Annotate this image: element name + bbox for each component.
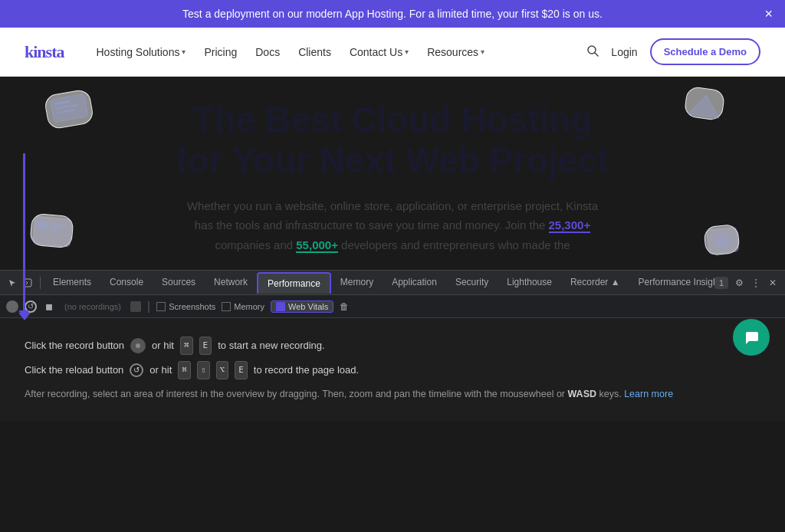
arrow-line-2	[23, 296, 25, 307]
nav-links: Hosting Solutions ▾ Pricing Docs Clients…	[88, 41, 586, 63]
tab-security[interactable]: Security	[446, 272, 498, 294]
hero-section: The Best Cloud Hosting for Your Next Web…	[0, 77, 785, 270]
nav-item-resources[interactable]: Resources ▾	[419, 41, 492, 63]
close-devtools-icon[interactable]: ✕	[767, 277, 779, 289]
login-button[interactable]: Login	[611, 46, 637, 58]
devtools-subtoolbar: ↺ ◼ (no recordings) | Screenshots Memory…	[0, 295, 785, 318]
kbd-e: E	[199, 337, 212, 355]
reload-record-button[interactable]: ↺	[25, 300, 37, 313]
kbd-opt: ⌥	[216, 361, 229, 379]
highlight-companies: 25,300+	[549, 218, 591, 233]
devtools-tabs-toolbar: Elements Console Sources Network Perform…	[0, 271, 785, 295]
instruction-reload: Click the reload button ↺ or hit ⌘ ⇧ ⌥ E…	[25, 361, 760, 379]
tab-lighthouse[interactable]: Lighthouse	[498, 272, 561, 294]
nav-item-clients[interactable]: Clients	[291, 41, 339, 63]
hero-subtitle: Whether you run a website, online store,…	[178, 196, 607, 255]
arrow-head	[18, 310, 29, 317]
wasd-kbd: WASD	[568, 389, 597, 399]
deco-shape-2	[683, 86, 725, 122]
banner-text: Test a deployment on our modern App Host…	[182, 8, 603, 20]
devtools-right-controls: 1 ⚙ ⋮ ✕	[714, 277, 779, 289]
search-icon[interactable]	[586, 44, 599, 60]
nav-item-hosting-solutions[interactable]: Hosting Solutions ▾	[88, 41, 193, 63]
settings-icon[interactable]: ⚙	[733, 277, 745, 289]
memory-label: Memory	[234, 302, 264, 311]
devtools-content: Click the record button or hit ⌘ E to st…	[0, 318, 785, 421]
tab-elements[interactable]: Elements	[44, 272, 100, 294]
tab-performance-insights[interactable]: Performance Insights ▲	[629, 272, 714, 294]
chevron-down-icon: ▾	[182, 48, 186, 56]
kbd-e2: E	[235, 361, 248, 379]
learn-more-link[interactable]: Learn more	[624, 389, 673, 399]
navbar: kinsta Hosting Solutions ▾ Pricing Docs …	[0, 28, 785, 77]
chevron-down-icon: ▾	[405, 48, 409, 56]
more-options-icon[interactable]: ⋮	[750, 277, 762, 289]
web-vitals-label: Web Vitals	[288, 302, 328, 311]
nav-item-contact[interactable]: Contact Us ▾	[342, 41, 416, 63]
stop-recording-icon[interactable]: ◼	[43, 300, 55, 313]
memory-checkbox[interactable]	[222, 302, 231, 311]
clear-recordings-icon[interactable]: 🗑	[340, 301, 349, 312]
svg-rect-6	[32, 216, 72, 247]
chat-bubble-button[interactable]	[733, 319, 770, 356]
record-icon-inline	[130, 338, 146, 353]
banner-close-button[interactable]: ×	[764, 6, 773, 22]
deco-shape-4	[703, 224, 741, 256]
svg-line-1	[595, 53, 598, 56]
kbd-cmd2: ⌘	[178, 361, 191, 379]
schedule-demo-button[interactable]: Schedule a Demo	[650, 38, 760, 65]
hero-title: The Best Cloud Hosting for Your Next Web…	[25, 100, 760, 181]
chevron-down-icon: ▾	[481, 48, 484, 56]
devtools-panel: Elements Console Sources Network Perform…	[0, 270, 785, 421]
promo-banner: Test a deployment on our modern App Host…	[0, 0, 785, 28]
svg-point-13	[136, 343, 140, 348]
highlight-developers: 55,000+	[296, 238, 338, 253]
tab-application[interactable]: Application	[383, 272, 446, 294]
web-vitals-badge[interactable]: Web Vitals	[271, 300, 333, 313]
nav-item-pricing[interactable]: Pricing	[196, 41, 245, 63]
arrow-line	[23, 250, 25, 296]
instruction-record: Click the record button or hit ⌘ E to st…	[25, 337, 760, 355]
devtools-note: After recording, select an area of inter…	[25, 386, 760, 403]
tab-recorder[interactable]: Recorder ▲	[561, 272, 629, 294]
logo[interactable]: kinsta	[25, 42, 64, 62]
screenshots-label: Screenshots	[169, 302, 215, 311]
tab-performance[interactable]: Performance	[257, 272, 331, 294]
deco-shape-3	[29, 213, 74, 249]
kbd-shift: ⇧	[197, 361, 210, 379]
reload-icon-inline: ↺	[130, 363, 143, 377]
kbd-cmd: ⌘	[180, 337, 193, 355]
screenshots-checkbox-group: Screenshots	[156, 302, 215, 311]
tab-console[interactable]: Console	[100, 272, 153, 294]
tab-memory[interactable]: Memory	[331, 272, 383, 294]
web-vitals-checkbox[interactable]	[276, 302, 285, 311]
no-recordings-label: (no recordings)	[64, 302, 121, 311]
nav-item-docs[interactable]: Docs	[248, 41, 287, 63]
devtools-tab-list: Elements Console Sources Network Perform…	[44, 272, 714, 294]
devtools-cursor-icon[interactable]	[6, 277, 18, 289]
record-button[interactable]	[6, 300, 18, 313]
screenshots-checkbox[interactable]	[156, 302, 166, 311]
dropdown-arrow[interactable]	[130, 301, 141, 312]
tab-sources[interactable]: Sources	[153, 272, 205, 294]
devtools-badge: 1	[714, 277, 728, 289]
memory-checkbox-group: Memory	[222, 302, 264, 311]
nav-right: Login Schedule a Demo	[586, 38, 760, 65]
tab-network[interactable]: Network	[205, 272, 257, 294]
separator: |	[147, 300, 150, 314]
